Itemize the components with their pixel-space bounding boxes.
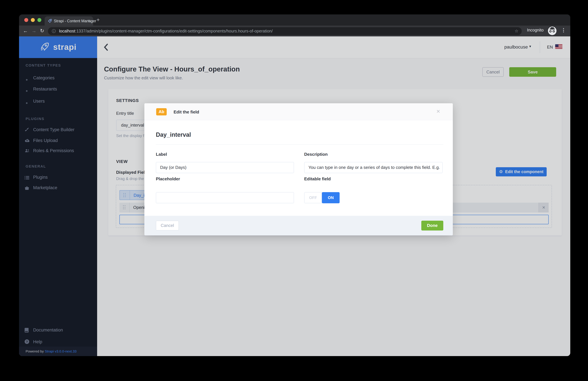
url-bar[interactable]: ⓘ localhost:1337/admin/plugins/content-m… xyxy=(48,27,522,35)
browser-window: Strapi - Content Manager ✕ + ← → ↻ ⓘ loc… xyxy=(19,14,570,356)
new-tab-button[interactable]: + xyxy=(96,17,100,23)
screen: Strapi - Content Manager ✕ + ← → ↻ ⓘ loc… xyxy=(0,0,588,381)
tab-close-icon[interactable]: ✕ xyxy=(88,19,91,23)
browser-tabstrip: Strapi - Content Manager ✕ + xyxy=(19,14,570,26)
toggle-on-option[interactable]: ON xyxy=(322,192,340,203)
strapi-app: strapi CONTENT TYPES Categories Restaura… xyxy=(19,36,570,356)
edit-field-modal: Ab Edit the field ✕ Day_interval Label D… xyxy=(144,103,453,235)
modal-done-button[interactable]: Done xyxy=(421,221,443,231)
modal-close-icon[interactable]: ✕ xyxy=(436,109,440,114)
editable-toggle[interactable]: OFF ON xyxy=(304,192,340,203)
url-host: localhost xyxy=(59,29,75,33)
description-input[interactable]: You can type in one day or a series of d… xyxy=(304,162,443,173)
toggle-off-option[interactable]: OFF xyxy=(304,192,322,203)
label-label: Label xyxy=(156,152,167,157)
description-label: Description xyxy=(304,152,328,157)
modal-divider xyxy=(156,144,443,145)
text-field-type-badge: Ab xyxy=(156,108,167,115)
browser-menu-icon[interactable]: ⋮ xyxy=(561,27,566,33)
forward-icon[interactable]: → xyxy=(32,28,36,34)
reload-icon[interactable]: ↻ xyxy=(40,28,44,34)
back-icon[interactable]: ← xyxy=(23,28,28,34)
label-input[interactable]: Day (or Days) xyxy=(156,162,294,173)
incognito-icon xyxy=(548,27,556,35)
modal-header-title: Edit the field xyxy=(174,110,199,114)
placeholder-input[interactable] xyxy=(156,192,294,203)
modal-cancel-button[interactable]: Cancel xyxy=(156,221,179,231)
browser-tab[interactable]: Strapi - Content Manager ✕ xyxy=(45,16,93,26)
editable-field-label: Editable field xyxy=(304,176,331,181)
bookmark-star-icon[interactable]: ☆ xyxy=(515,27,518,35)
modal-header: Ab Edit the field ✕ xyxy=(144,103,453,120)
page-info-icon[interactable]: ⓘ xyxy=(52,27,56,35)
url-path: :1337/admin/plugins/content-manager/ctm-… xyxy=(75,29,273,33)
window-close-button[interactable] xyxy=(24,18,28,22)
window-minimize-button[interactable] xyxy=(31,18,35,22)
modal-footer: Cancel Done xyxy=(144,216,453,235)
browser-toolbar: ← → ↻ ⓘ localhost:1337/admin/plugins/con… xyxy=(19,26,570,36)
modal-field-name: Day_interval xyxy=(156,131,191,138)
strapi-favicon-icon xyxy=(48,19,52,24)
placeholder-label: Placeholder xyxy=(156,176,180,181)
incognito-label: Incognito xyxy=(527,28,544,32)
window-zoom-button[interactable] xyxy=(37,18,41,22)
